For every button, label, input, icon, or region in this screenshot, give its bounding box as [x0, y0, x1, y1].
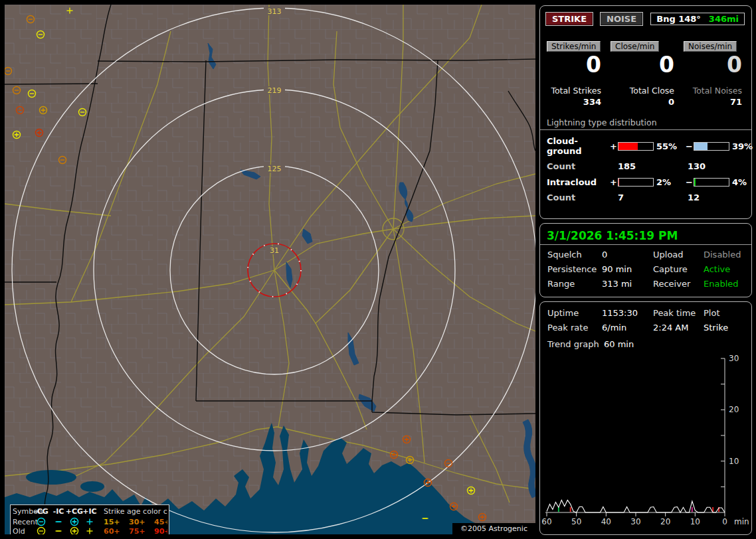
uptime-label: Uptime [547, 308, 602, 318]
upload-value: Disabled [704, 250, 751, 260]
status-row: Persistence 90 min Capture Active [547, 264, 751, 274]
trend-line [547, 500, 725, 512]
plus-sign: + [610, 141, 618, 151]
plot-label: Plot [704, 308, 751, 318]
squelch-label: Squelch [547, 250, 602, 260]
bearing-readout: Bng 148°346mi [650, 13, 745, 25]
plus-sign: + [610, 177, 618, 187]
legend-col-header: -IC [53, 507, 64, 516]
map-legend: Symbols-CG-IC+CG+ICStrike age color code… [10, 504, 169, 534]
age-code-label: 60+ [104, 527, 120, 534]
legend-canvas: Symbols-CG-IC+CG+ICStrike age color code… [11, 505, 167, 534]
strike-symbol-ic-pos [87, 528, 93, 534]
uptime-value: 1153:30 [602, 308, 653, 318]
x-tick-label: 20 [660, 517, 670, 526]
ring-label-125: 125 [268, 165, 282, 173]
trend-graph-value: 60 min [604, 339, 751, 349]
map-canvas: 313 219 125 31 [5, 5, 535, 534]
age-code-label: 75+ [129, 527, 145, 534]
total-strikes-value: 334 [547, 97, 611, 107]
count-label: Count [547, 161, 618, 171]
intracloud-label: Intracloud [547, 177, 610, 187]
legend-row-label: Old [13, 527, 25, 534]
receiver-value: Enabled [704, 279, 751, 289]
y-tick-label: 10 [729, 457, 739, 466]
datetime: 3/1/2026 1:45:19 PM [547, 229, 745, 242]
total-close-value: 0 [611, 97, 684, 107]
cg-neg-count: 130 [688, 161, 751, 171]
close-per-min-label: Close/min [611, 41, 659, 52]
status-row: Range 313 mi Receiver Enabled [547, 279, 751, 289]
total-close-label: Total Close [611, 86, 684, 96]
distribution-title: Lightning type distribution [547, 117, 745, 127]
age-code-label: 30+ [129, 518, 145, 526]
legend-row-label: Recent [13, 518, 39, 526]
total-noises-value: 71 [684, 97, 751, 107]
stats-row: Peak rate 6/min 2:24 AM Strike [547, 323, 751, 333]
cg-neg-bar [694, 142, 729, 151]
age-code-label: 45+ [154, 518, 167, 526]
trend-graph: 1020306050403020100min [540, 302, 751, 533]
stats-row: Uptime 1153:30 Peak time Plot [547, 308, 751, 318]
peak-time-value: 2:24 AM [653, 323, 704, 333]
strikes-per-min-label: Strikes/min [547, 41, 601, 52]
trend-panel: Uptime 1153:30 Peak time Plot Peak rate … [539, 301, 752, 535]
noise-mode-button[interactable]: NOISE [600, 12, 643, 26]
status-row: Squelch 0 Upload Disabled [547, 250, 751, 260]
x-tick-label: 50 [571, 517, 581, 526]
squelch-value: 0 [602, 250, 653, 260]
capture-label: Capture [653, 264, 704, 274]
count-label: Count [547, 193, 618, 202]
legend-col-header: -CG [34, 507, 48, 516]
range-value: 313 mi [602, 279, 653, 289]
trend-graph-row: Trend graph 60 min [547, 339, 751, 349]
x-axis-unit: min [734, 517, 749, 526]
capture-value: Active [704, 264, 751, 274]
cg-pos-count: 185 [618, 161, 688, 171]
x-tick-label: 30 [630, 517, 640, 526]
bearing-range: 346mi [709, 14, 739, 24]
legend-col-header: +IC [82, 507, 96, 516]
strike-mode-button[interactable]: STRIKE [545, 12, 593, 26]
y-tick-label: 20 [729, 405, 739, 414]
legend-col-header: +CG [66, 507, 83, 516]
ring-label-219: 219 [268, 86, 282, 95]
strike-symbol-cg-pos [71, 518, 78, 526]
persistence-label: Persistence [547, 264, 602, 274]
close-per-min-value: 0 [611, 54, 684, 76]
noises-per-min-label: Noises/min [684, 41, 737, 52]
age-code-label: 90+ [154, 527, 167, 534]
trend-graph-label: Trend graph [547, 339, 604, 349]
total-strikes-label: Total Strikes [547, 86, 611, 96]
age-code-label: 15+ [104, 518, 120, 526]
peak-time-label: Peak time [653, 308, 704, 318]
totals: Total Strikes Total Close Total Noises 3… [547, 86, 745, 107]
x-tick-label: 60 [541, 517, 551, 526]
counters-panel: STRIKE NOISE Bng 148°346mi Strikes/min C… [539, 5, 752, 219]
persistence-value: 90 min [602, 264, 653, 274]
legend-age-header: Strike age color codes [104, 507, 167, 516]
cg-pos-bar [618, 142, 654, 151]
intracloud-row: Intracloud + 2% − 4% [547, 177, 751, 187]
status-panel: 3/1/2026 1:45:19 PM Squelch 0 Upload Dis… [539, 223, 752, 297]
strike-symbol-cg-neg [38, 528, 45, 535]
ic-neg-bar [694, 178, 729, 187]
rate-counters: Strikes/min Close/min Noises/min 0 0 0 [547, 41, 745, 76]
range-label: Range [547, 279, 602, 289]
receiver-label: Receiver [653, 279, 704, 289]
peak-rate-label: Peak rate [547, 323, 602, 333]
peak-rate-value: 6/min [602, 323, 653, 333]
strike-symbol-cg-neg [38, 518, 45, 526]
strike-symbol-cg-pos [71, 528, 78, 535]
ic-pos-pct: 2% [656, 177, 686, 187]
ring-label-31: 31 [270, 246, 279, 255]
ic-pos-count: 7 [618, 193, 688, 202]
cg-pos-pct: 55% [656, 141, 686, 151]
strikes-per-min-value: 0 [547, 54, 611, 76]
upload-label: Upload [653, 250, 704, 260]
minus-sign: − [686, 177, 694, 187]
plot-value: Strike [704, 323, 751, 333]
map-panel[interactable]: 313 219 125 31 Symbols-CG-IC+CG+ICStrike… [5, 5, 535, 534]
minus-sign: − [686, 141, 694, 151]
ic-neg-pct: 4% [732, 177, 751, 187]
